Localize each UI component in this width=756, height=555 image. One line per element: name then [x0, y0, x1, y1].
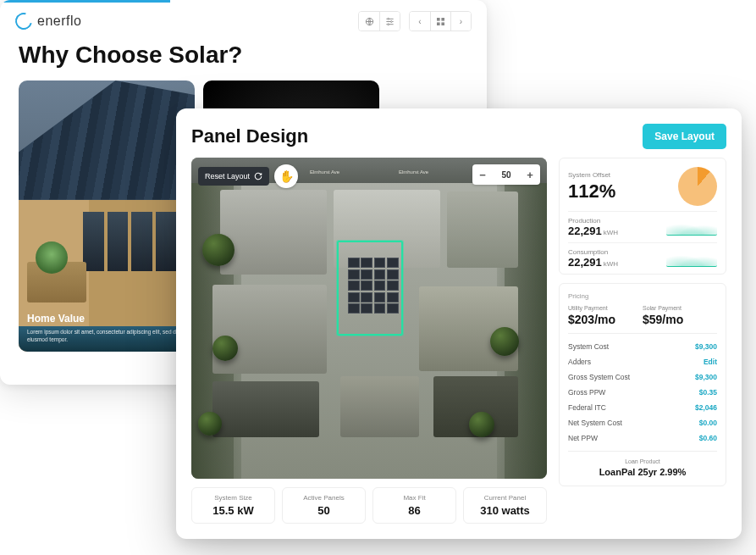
map-column: Elmhurst Ave Elmhurst Ave Elmhurst Ave E… — [191, 158, 547, 524]
svg-point-2 — [390, 20, 392, 22]
svg-rect-4 — [437, 18, 440, 21]
pricing-title: Pricing — [568, 292, 717, 300]
offset-label: System Offset — [568, 171, 670, 179]
solar-panel-grid[interactable] — [348, 258, 399, 325]
grid-icon[interactable] — [430, 12, 450, 31]
house-image — [19, 80, 195, 352]
payments-row: Utility Payment $203/mo Solar Payment $5… — [568, 305, 717, 334]
svg-rect-6 — [437, 22, 440, 25]
zoom-in-button[interactable]: + — [520, 164, 540, 185]
production-label: Production — [568, 217, 666, 225]
line-net-system-cost: Net System Cost $0.00 — [568, 415, 717, 430]
production-row: Production 22,291kWH — [568, 211, 717, 237]
nav-group: ‹ › — [409, 11, 472, 31]
stat-max-fit: Max Fit 86 — [372, 487, 456, 524]
loan-product[interactable]: Loan Product LoanPal 25yr 2.99% — [568, 451, 717, 477]
reset-label: Reset Layout — [205, 172, 250, 180]
zoom-out-button[interactable]: − — [472, 164, 493, 185]
view-mode-group — [358, 11, 400, 31]
globe-icon[interactable] — [359, 12, 379, 31]
panel-body: Elmhurst Ave Elmhurst Ave Elmhurst Ave E… — [191, 158, 726, 524]
line-adders: Adders Edit — [568, 354, 717, 369]
line-net-ppw: Net PPW $0.60 — [568, 430, 717, 446]
stat-system-size: System Size 15.5 kW — [191, 487, 275, 524]
brand: enerflo — [15, 13, 81, 30]
panel-header: Panel Design Save Layout — [191, 124, 726, 149]
filter-icon[interactable] — [379, 12, 400, 31]
adders-edit-link[interactable]: Edit — [704, 358, 717, 366]
zoom-control: − 50 + — [472, 164, 540, 185]
solar-payment: Solar Payment $59/mo — [643, 305, 717, 326]
stat-row: System Size 15.5 kW Active Panels 50 Max… — [191, 487, 547, 524]
stat-value: 15.5 kW — [196, 504, 271, 517]
svg-point-3 — [388, 23, 389, 25]
stat-label: Current Panel — [467, 494, 543, 502]
map-controls: Reset Layout ✋ — [198, 164, 298, 188]
solar-value: $59/mo — [643, 313, 717, 326]
stat-label: System Size — [196, 494, 271, 502]
utility-value: $203/mo — [568, 313, 643, 326]
chevron-right-icon[interactable]: › — [450, 12, 471, 31]
pricing-card: Pricing Utility Payment $203/mo Solar Pa… — [559, 283, 726, 486]
gallery-card-home-value[interactable]: Home Value Lorem ipsum dolor sit amet, c… — [19, 80, 195, 352]
header-controls: ‹ › — [358, 11, 472, 31]
road-label: Elmhurst Ave — [399, 169, 428, 175]
production-value: 22,291kWH — [568, 225, 666, 237]
aerial-image: Elmhurst Ave Elmhurst Ave Elmhurst Ave E… — [191, 158, 547, 479]
consumption-sparkline — [666, 250, 717, 267]
side-column: System Offset 112% Production 22,291kWH … — [559, 158, 726, 524]
stat-current-panel: Current Panel 310 watts — [463, 487, 547, 524]
production-sparkline — [666, 219, 717, 236]
refresh-icon — [254, 172, 262, 180]
utility-payment: Utility Payment $203/mo — [568, 305, 643, 326]
panel-title: Panel Design — [191, 125, 308, 147]
caption-title: Home Value — [27, 313, 186, 325]
front-window: Panel Design Save Layout Elmhurst Ave El… — [176, 108, 742, 539]
pan-tool-button[interactable]: ✋ — [274, 164, 298, 188]
stat-value: 50 — [286, 504, 361, 517]
stat-label: Active Panels — [286, 494, 361, 502]
offset-pie-chart — [678, 167, 717, 206]
page-title: Why Choose Solar? — [0, 35, 487, 80]
consumption-label: Consumption — [568, 248, 666, 256]
svg-rect-5 — [441, 18, 444, 21]
metrics-card: System Offset 112% Production 22,291kWH … — [559, 158, 726, 275]
offset-value: 112% — [568, 180, 670, 203]
brand-logo-icon — [12, 9, 35, 32]
loan-label: Loan Product — [568, 458, 717, 464]
utility-label: Utility Payment — [568, 305, 643, 311]
stat-value: 86 — [377, 504, 452, 517]
solar-label: Solar Payment — [643, 305, 717, 311]
loan-value: LoanPal 25yr 2.99% — [568, 467, 717, 477]
back-header: enerflo ‹ › — [0, 3, 487, 35]
chevron-left-icon[interactable]: ‹ — [410, 12, 430, 31]
line-gross-system-cost: Gross System Cost $9,300 — [568, 369, 717, 385]
road-label: Elmhurst Ave — [310, 169, 339, 175]
line-federal-itc: Federal ITC $2,046 — [568, 400, 717, 415]
save-layout-button[interactable]: Save Layout — [643, 124, 726, 149]
hand-icon: ✋ — [279, 169, 294, 183]
consumption-row: Consumption 22,291kWH — [568, 242, 717, 269]
reset-layout-button[interactable]: Reset Layout — [198, 167, 269, 186]
zoom-value: 50 — [493, 170, 520, 180]
offset-row: System Offset 112% — [568, 167, 717, 206]
gallery-caption: Home Value Lorem ipsum dolor sit amet, c… — [27, 313, 186, 343]
stat-value: 310 watts — [467, 504, 543, 517]
stat-active-panels: Active Panels 50 — [282, 487, 366, 524]
map-canvas[interactable]: Elmhurst Ave Elmhurst Ave Elmhurst Ave E… — [191, 158, 547, 479]
stat-label: Max Fit — [377, 494, 452, 502]
line-system-cost: System Cost $9,300 — [568, 339, 717, 354]
svg-point-1 — [388, 18, 389, 19]
line-gross-ppw: Gross PPW $0.35 — [568, 385, 717, 400]
brand-name: enerflo — [37, 14, 81, 29]
caption-subtitle: Lorem ipsum dolor sit amet, consectetur … — [27, 328, 186, 343]
consumption-value: 22,291kWH — [568, 256, 666, 269]
svg-rect-7 — [441, 22, 444, 25]
